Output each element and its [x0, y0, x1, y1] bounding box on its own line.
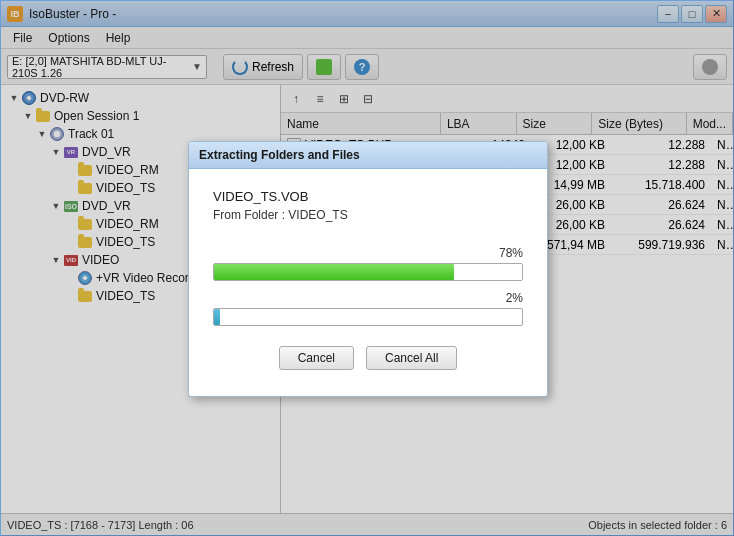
- cancel-all-button[interactable]: Cancel All: [366, 346, 457, 370]
- modal-overlay: Extracting Folders and Files VIDEO_TS.VO…: [1, 1, 734, 536]
- progress-bar-1-bg: [213, 263, 523, 281]
- modal-buttons: Cancel Cancel All: [213, 346, 523, 376]
- modal-folder-label: From Folder : VIDEO_TS: [213, 208, 523, 222]
- progress-row-1: 78%: [213, 246, 523, 281]
- modal-filename: VIDEO_TS.VOB: [213, 189, 523, 204]
- progress1-label: 78%: [499, 246, 523, 260]
- progress2-label: 2%: [506, 291, 523, 305]
- modal-content: VIDEO_TS.VOB From Folder : VIDEO_TS 78% …: [189, 169, 547, 396]
- progress-bar-1-fill: [214, 264, 454, 280]
- progress-bar-2-bg: [213, 308, 523, 326]
- cancel-button[interactable]: Cancel: [279, 346, 354, 370]
- progress-row-2: 2%: [213, 291, 523, 326]
- progress-bar-2-fill: [214, 309, 220, 325]
- modal-title: Extracting Folders and Files: [189, 142, 547, 169]
- extract-dialog: Extracting Folders and Files VIDEO_TS.VO…: [188, 141, 548, 397]
